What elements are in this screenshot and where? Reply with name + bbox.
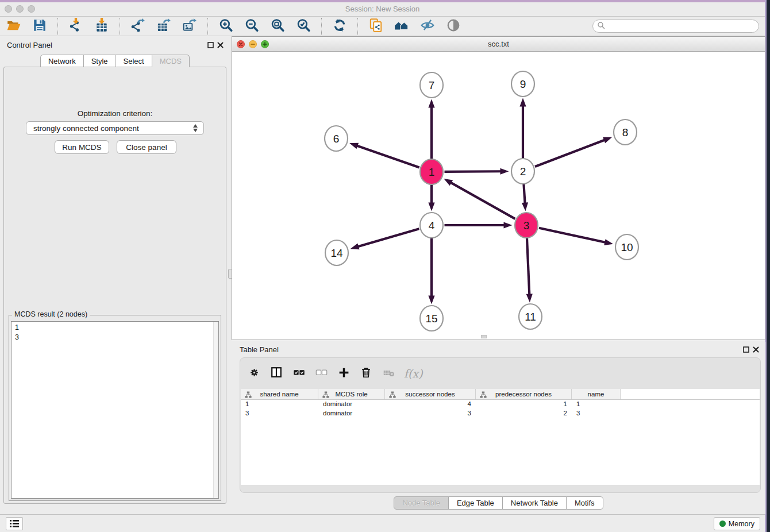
run-mcds-button[interactable]: Run MCDS xyxy=(55,140,109,154)
import-table-button[interactable] xyxy=(94,18,110,34)
close-panel-button[interactable]: Close panel xyxy=(117,140,176,154)
mcds-result-textarea[interactable]: 13 xyxy=(11,321,219,499)
node-table[interactable]: shared nameMCDS rolesuccessor nodesprede… xyxy=(241,389,760,485)
column-header-successor-nodes[interactable]: successor nodes xyxy=(385,389,476,399)
graph-edge[interactable] xyxy=(527,238,529,295)
edge-arrowhead xyxy=(522,202,528,211)
node-label: 2 xyxy=(520,165,526,178)
create-column-button[interactable] xyxy=(337,366,351,381)
zoom-out-button[interactable] xyxy=(244,18,260,34)
table-cell: 3 xyxy=(572,409,621,418)
copy-network-button[interactable] xyxy=(368,18,384,34)
shared-column-icon xyxy=(322,391,329,399)
hide-show-button[interactable] xyxy=(419,18,436,34)
main-toolbar xyxy=(0,17,765,36)
table-panel-float-button[interactable] xyxy=(742,346,750,353)
table-row[interactable]: 3dominator323 xyxy=(241,409,760,418)
graph-edge[interactable] xyxy=(444,171,502,172)
table-settings-button[interactable] xyxy=(247,366,261,381)
control-panel-tabs: NetworkStyleSelectMCDS xyxy=(0,55,230,67)
export-network-button[interactable] xyxy=(130,18,146,34)
graph-edge[interactable] xyxy=(539,228,606,242)
graph-edge[interactable] xyxy=(356,145,419,168)
canvas-hscrollbar[interactable] xyxy=(481,335,487,338)
tab-motifs[interactable]: Motifs xyxy=(566,496,603,510)
open-file-button[interactable] xyxy=(6,18,22,34)
refresh-layout-button[interactable] xyxy=(332,18,348,34)
unselect-all-columns-button[interactable] xyxy=(314,366,328,381)
network-canvas[interactable]: 7968124314101511 xyxy=(232,52,765,340)
table-cell: 1 xyxy=(476,400,572,409)
tab-select[interactable]: Select xyxy=(116,55,152,67)
zoom-out-icon xyxy=(244,18,259,35)
column-label: MCDS role xyxy=(335,391,367,398)
result-line: 1 xyxy=(15,323,215,333)
zoom-selected-button[interactable] xyxy=(295,18,311,34)
edge-arrowhead xyxy=(504,222,513,228)
tab-network-table[interactable]: Network Table xyxy=(502,496,567,510)
graph-edge[interactable] xyxy=(357,229,419,247)
table-panel-close-icon[interactable] xyxy=(752,346,760,353)
contrast-button[interactable] xyxy=(445,18,461,34)
home-icon xyxy=(394,18,409,35)
zoom-fit-icon xyxy=(270,18,285,35)
column-header-name[interactable]: name xyxy=(572,389,621,399)
node-table-container: f(x) shared nameMCDS rolesuccessor nodes… xyxy=(240,357,761,493)
zoom-fit-button[interactable] xyxy=(270,18,286,34)
control-panel-float-button[interactable] xyxy=(207,41,214,49)
table-cell: 3 xyxy=(241,409,318,418)
export-table-button[interactable] xyxy=(156,18,172,34)
shared-column-icon xyxy=(245,391,252,399)
tab-mcds[interactable]: MCDS xyxy=(152,55,190,67)
task-history-button[interactable] xyxy=(6,517,23,530)
network-window-title: scc.txt xyxy=(232,40,765,48)
node-label: 4 xyxy=(429,219,435,232)
plus-icon xyxy=(338,367,350,381)
edge-arrowhead xyxy=(444,179,453,186)
show-columns-button[interactable] xyxy=(270,366,283,381)
column-header-predecessor-nodes[interactable]: predecessor nodes xyxy=(476,389,572,399)
tab-network[interactable]: Network xyxy=(40,55,84,67)
graph-edge[interactable] xyxy=(523,184,525,204)
export-image-icon xyxy=(182,18,197,35)
tab-node-table[interactable]: Node Table xyxy=(394,496,449,510)
column-header-shared-name[interactable]: shared name xyxy=(241,389,318,399)
node-label: 15 xyxy=(425,313,437,325)
home-button[interactable] xyxy=(394,18,410,34)
edge-arrowhead xyxy=(604,239,613,245)
column-header-mcds-role[interactable]: MCDS role xyxy=(318,389,385,399)
import-network-button[interactable] xyxy=(68,18,84,34)
graph-edge[interactable] xyxy=(535,140,606,167)
save-session-button[interactable] xyxy=(32,18,48,34)
delete-column-button[interactable] xyxy=(359,366,373,381)
columns-icon xyxy=(270,366,283,381)
memory-button[interactable]: Memory xyxy=(714,517,760,530)
search-input[interactable] xyxy=(592,20,759,33)
result-scrollbar[interactable] xyxy=(213,322,218,498)
node-label: 6 xyxy=(333,133,340,145)
export-network-icon xyxy=(130,18,145,35)
tab-style[interactable]: Style xyxy=(83,55,116,67)
search-icon xyxy=(597,21,605,32)
toolbar-separator xyxy=(57,18,58,35)
graph-edge[interactable] xyxy=(450,182,515,219)
tab-edge-table[interactable]: Edge Table xyxy=(448,496,503,510)
network-window-titlebar[interactable]: scc.txt xyxy=(232,37,765,52)
select-all-columns-button[interactable] xyxy=(292,366,306,381)
column-label: successor nodes xyxy=(405,391,455,398)
column-label: name xyxy=(588,391,605,398)
edge-arrowhead xyxy=(428,296,434,304)
control-panel-close-icon[interactable] xyxy=(217,41,224,49)
node-label: 8 xyxy=(622,126,629,138)
table-row[interactable]: 1dominator411 xyxy=(241,400,760,409)
zoom-in-button[interactable] xyxy=(218,18,234,34)
table-cell: 4 xyxy=(385,400,476,409)
table-header-row: shared nameMCDS rolesuccessor nodesprede… xyxy=(241,389,760,400)
criterion-select[interactable]: strongly connected component xyxy=(26,121,204,135)
mcds-result-lines: 13 xyxy=(11,322,218,344)
edge-arrowhead xyxy=(428,203,434,211)
export-image-button[interactable] xyxy=(182,18,198,34)
table-cell: 1 xyxy=(572,400,621,409)
optimization-criterion-label: Optimization criterion: xyxy=(4,109,226,118)
delete-table-button xyxy=(382,366,395,381)
